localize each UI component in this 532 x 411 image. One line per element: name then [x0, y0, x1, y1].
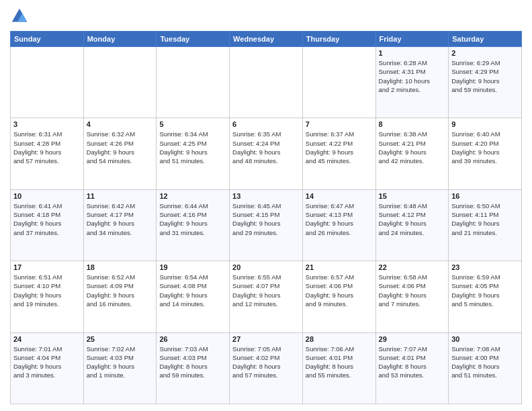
day-number: 20 [232, 263, 300, 271]
day-number: 22 [379, 263, 446, 271]
day-number: 2 [451, 49, 519, 57]
day-number: 13 [232, 192, 300, 200]
day-info: Sunrise: 7:07 AM Sunset: 4:01 PM Dayligh… [379, 345, 446, 380]
day-info: Sunrise: 6:40 AM Sunset: 4:20 PM Dayligh… [451, 130, 519, 165]
day-info: Sunrise: 7:02 AM Sunset: 4:03 PM Dayligh… [87, 345, 154, 380]
calendar-cell: 12Sunrise: 6:44 AM Sunset: 4:16 PM Dayli… [157, 189, 230, 261]
day-number: 17 [13, 263, 81, 271]
calendar-cell: 9Sunrise: 6:40 AM Sunset: 4:20 PM Daylig… [449, 118, 522, 189]
calendar-cell [11, 47, 84, 118]
day-number: 27 [232, 335, 300, 343]
day-number: 10 [13, 192, 81, 200]
day-number: 6 [232, 120, 300, 128]
day-number: 25 [87, 335, 154, 343]
day-number: 14 [306, 192, 373, 200]
day-info: Sunrise: 7:05 AM Sunset: 4:02 PM Dayligh… [232, 345, 300, 380]
col-header-tuesday: Tuesday [157, 32, 230, 47]
day-info: Sunrise: 6:29 AM Sunset: 4:29 PM Dayligh… [451, 58, 519, 94]
calendar-cell: 7Sunrise: 6:37 AM Sunset: 4:22 PM Daylig… [302, 118, 375, 189]
calendar-cell: 10Sunrise: 6:41 AM Sunset: 4:18 PM Dayli… [11, 189, 84, 261]
calendar-cell: 20Sunrise: 6:55 AM Sunset: 4:07 PM Dayli… [230, 261, 303, 332]
calendar-cell: 21Sunrise: 6:57 AM Sunset: 4:06 PM Dayli… [302, 261, 375, 332]
day-info: Sunrise: 6:31 AM Sunset: 4:28 PM Dayligh… [13, 130, 81, 165]
day-info: Sunrise: 6:58 AM Sunset: 4:06 PM Dayligh… [379, 273, 446, 308]
day-number: 12 [159, 192, 226, 200]
calendar-cell: 27Sunrise: 7:05 AM Sunset: 4:02 PM Dayli… [230, 332, 303, 404]
calendar-cell: 5Sunrise: 6:34 AM Sunset: 4:25 PM Daylig… [157, 118, 230, 189]
calendar-cell: 16Sunrise: 6:50 AM Sunset: 4:11 PM Dayli… [449, 189, 522, 261]
calendar-cell: 4Sunrise: 6:32 AM Sunset: 4:26 PM Daylig… [83, 118, 157, 189]
calendar-cell: 8Sunrise: 6:38 AM Sunset: 4:21 PM Daylig… [375, 118, 449, 189]
day-number: 11 [87, 192, 154, 200]
calendar-cell: 22Sunrise: 6:58 AM Sunset: 4:06 PM Dayli… [375, 261, 449, 332]
day-number: 19 [159, 263, 226, 271]
day-number: 8 [379, 120, 446, 128]
calendar-cell: 11Sunrise: 6:42 AM Sunset: 4:17 PM Dayli… [83, 189, 157, 261]
header [10, 7, 522, 26]
calendar-cell: 6Sunrise: 6:35 AM Sunset: 4:24 PM Daylig… [230, 118, 303, 189]
calendar-cell: 24Sunrise: 7:01 AM Sunset: 4:04 PM Dayli… [11, 332, 84, 404]
day-number: 7 [306, 120, 373, 128]
col-header-monday: Monday [83, 32, 157, 47]
day-number: 1 [379, 49, 446, 57]
calendar-cell: 2Sunrise: 6:29 AM Sunset: 4:29 PM Daylig… [449, 47, 522, 118]
day-info: Sunrise: 6:57 AM Sunset: 4:06 PM Dayligh… [306, 273, 373, 308]
calendar-cell: 15Sunrise: 6:48 AM Sunset: 4:12 PM Dayli… [375, 189, 449, 261]
day-number: 18 [87, 263, 154, 271]
day-number: 29 [379, 335, 446, 343]
col-header-saturday: Saturday [449, 32, 522, 47]
day-info: Sunrise: 6:45 AM Sunset: 4:15 PM Dayligh… [232, 201, 300, 237]
day-number: 30 [451, 335, 519, 343]
week-row-3: 17Sunrise: 6:51 AM Sunset: 4:10 PM Dayli… [11, 261, 522, 332]
day-info: Sunrise: 7:01 AM Sunset: 4:04 PM Dayligh… [13, 345, 81, 380]
col-header-thursday: Thursday [302, 32, 375, 47]
day-info: Sunrise: 6:52 AM Sunset: 4:09 PM Dayligh… [87, 273, 154, 308]
day-number: 3 [13, 120, 81, 128]
col-header-wednesday: Wednesday [230, 32, 303, 47]
calendar-cell: 26Sunrise: 7:03 AM Sunset: 4:03 PM Dayli… [157, 332, 230, 404]
day-info: Sunrise: 6:34 AM Sunset: 4:25 PM Dayligh… [159, 130, 226, 165]
calendar-cell [157, 47, 230, 118]
calendar-cell [230, 47, 303, 118]
day-info: Sunrise: 7:03 AM Sunset: 4:03 PM Dayligh… [159, 345, 226, 380]
calendar-cell [302, 47, 375, 118]
calendar-cell: 29Sunrise: 7:07 AM Sunset: 4:01 PM Dayli… [375, 332, 449, 404]
day-info: Sunrise: 6:44 AM Sunset: 4:16 PM Dayligh… [159, 201, 226, 237]
day-info: Sunrise: 6:55 AM Sunset: 4:07 PM Dayligh… [232, 273, 300, 308]
week-row-0: 1Sunrise: 6:28 AM Sunset: 4:31 PM Daylig… [11, 47, 522, 118]
calendar-cell: 18Sunrise: 6:52 AM Sunset: 4:09 PM Dayli… [83, 261, 157, 332]
day-info: Sunrise: 6:50 AM Sunset: 4:11 PM Dayligh… [451, 201, 519, 237]
logo [10, 7, 32, 26]
day-info: Sunrise: 6:38 AM Sunset: 4:21 PM Dayligh… [379, 130, 446, 165]
day-info: Sunrise: 6:59 AM Sunset: 4:05 PM Dayligh… [451, 273, 519, 308]
calendar-table: SundayMondayTuesdayWednesdayThursdayFrid… [10, 31, 522, 404]
day-info: Sunrise: 6:35 AM Sunset: 4:24 PM Dayligh… [232, 130, 300, 165]
week-row-4: 24Sunrise: 7:01 AM Sunset: 4:04 PM Dayli… [11, 332, 522, 404]
day-info: Sunrise: 6:32 AM Sunset: 4:26 PM Dayligh… [87, 130, 154, 165]
day-info: Sunrise: 6:47 AM Sunset: 4:13 PM Dayligh… [306, 201, 373, 237]
day-number: 26 [159, 335, 226, 343]
col-header-sunday: Sunday [11, 32, 84, 47]
calendar-cell: 1Sunrise: 6:28 AM Sunset: 4:31 PM Daylig… [375, 47, 449, 118]
day-number: 9 [451, 120, 519, 128]
calendar-cell: 23Sunrise: 6:59 AM Sunset: 4:05 PM Dayli… [449, 261, 522, 332]
calendar-cell: 19Sunrise: 6:54 AM Sunset: 4:08 PM Dayli… [157, 261, 230, 332]
calendar-cell: 28Sunrise: 7:06 AM Sunset: 4:01 PM Dayli… [302, 332, 375, 404]
week-row-1: 3Sunrise: 6:31 AM Sunset: 4:28 PM Daylig… [11, 118, 522, 189]
day-info: Sunrise: 6:37 AM Sunset: 4:22 PM Dayligh… [306, 130, 373, 165]
day-info: Sunrise: 6:42 AM Sunset: 4:17 PM Dayligh… [87, 201, 154, 237]
day-number: 28 [306, 335, 373, 343]
calendar-cell: 3Sunrise: 6:31 AM Sunset: 4:28 PM Daylig… [11, 118, 84, 189]
week-row-2: 10Sunrise: 6:41 AM Sunset: 4:18 PM Dayli… [11, 189, 522, 261]
calendar-cell: 30Sunrise: 7:08 AM Sunset: 4:00 PM Dayli… [449, 332, 522, 404]
day-info: Sunrise: 6:28 AM Sunset: 4:31 PM Dayligh… [379, 58, 446, 94]
calendar-cell [83, 47, 157, 118]
day-number: 15 [379, 192, 446, 200]
day-info: Sunrise: 6:48 AM Sunset: 4:12 PM Dayligh… [379, 201, 446, 237]
day-number: 23 [451, 263, 519, 271]
day-info: Sunrise: 7:08 AM Sunset: 4:00 PM Dayligh… [451, 345, 519, 380]
day-info: Sunrise: 6:54 AM Sunset: 4:08 PM Dayligh… [159, 273, 226, 308]
col-header-friday: Friday [375, 32, 449, 47]
day-number: 16 [451, 192, 519, 200]
logo-icon [10, 7, 29, 26]
